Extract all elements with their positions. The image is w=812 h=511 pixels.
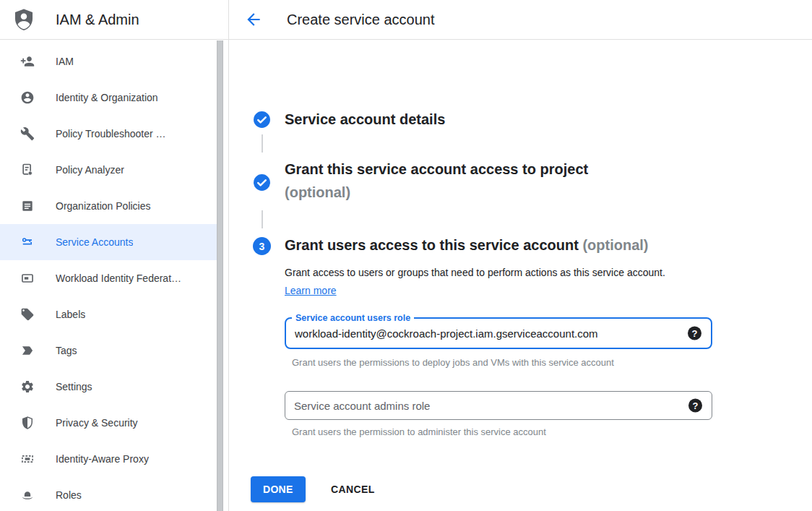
step2-title-text: Grant this service account access to pro…: [285, 161, 588, 177]
admins-role-helper-text: Grant users the permission to administer…: [292, 426, 546, 437]
topbar: Create service account: [229, 0, 812, 40]
page-title: Create service account: [287, 12, 435, 28]
step1-check-icon: [253, 111, 271, 129]
step-connector: [262, 134, 263, 153]
step2-check-icon: [253, 173, 271, 192]
sidebar-item-iam[interactable]: IAM: [0, 43, 217, 80]
proxy-icon: [20, 452, 35, 466]
person-add-icon: [20, 54, 35, 69]
step3-description: Grant access to users or groups that nee…: [285, 264, 686, 300]
step2-title: Grant this service account access to pro…: [285, 158, 588, 204]
sidebar-item-organization-policies[interactable]: Organization Policies: [0, 188, 217, 224]
create-service-account-form: Service account details Grant this servi…: [229, 40, 812, 511]
service-account-users-role-field: Service account users role ?: [285, 317, 712, 349]
sidebar-header: IAM & Admin: [0, 0, 228, 40]
step3-optional-label: (optional): [582, 237, 648, 253]
sidebar-item-tags[interactable]: Tags: [0, 332, 217, 369]
sidebar-item-policy-analyzer[interactable]: Policy Analyzer: [0, 152, 217, 188]
done-button[interactable]: DONE: [251, 476, 306, 502]
step3-title: Grant users access to this service accou…: [285, 233, 649, 257]
sidebar-item-identity-organization[interactable]: Identity & Organization: [0, 80, 217, 116]
step3-number-badge: 3: [253, 237, 271, 255]
wrench-icon: [20, 126, 35, 141]
cancel-button[interactable]: CANCEL: [325, 476, 381, 502]
step3-title-text: Grant users access to this service accou…: [285, 237, 579, 253]
sidebar-item-roles[interactable]: Roles: [0, 477, 217, 511]
sidebar-item-settings[interactable]: Settings: [0, 369, 217, 405]
users-role-helper-text: Grant users the permissions to deploy jo…: [292, 357, 614, 368]
tag-arrow-icon: [20, 343, 35, 358]
users-role-input[interactable]: [286, 319, 711, 348]
sidebar-nav: IAM Identity & Organization Policy Troub…: [0, 43, 217, 511]
help-icon[interactable]: ?: [688, 327, 701, 340]
step2-optional-label: (optional): [285, 181, 588, 204]
back-arrow-icon[interactable]: [244, 10, 263, 29]
hat-icon: [20, 488, 35, 502]
service-account-admins-role-field: ?: [285, 391, 712, 420]
account-circle-icon: [20, 90, 35, 105]
step-connector: [262, 210, 263, 228]
iam-admin-sidebar: IAM & Admin IAM Identity & Organization …: [0, 0, 229, 511]
half-shield-icon: [20, 416, 35, 430]
article-icon: [20, 199, 35, 213]
sidebar-scrollbar[interactable]: [217, 40, 223, 511]
learn-more-link[interactable]: Learn more: [285, 285, 337, 296]
admins-role-input[interactable]: [285, 392, 712, 419]
sidebar-item-identity-aware-proxy[interactable]: Identity-Aware Proxy: [0, 441, 217, 477]
gcp-console-create-service-account: IAM & Admin IAM Identity & Organization …: [0, 0, 812, 511]
sidebar-title: IAM & Admin: [56, 12, 139, 28]
sidebar-item-policy-troubleshooter[interactable]: Policy Troubleshooter …: [0, 116, 217, 152]
help-icon[interactable]: ?: [688, 399, 702, 413]
sidebar-item-service-accounts[interactable]: Service Accounts: [0, 224, 217, 260]
id-card-icon: [20, 271, 35, 285]
service-account-key-icon: [20, 235, 35, 249]
step1-title: Service account details: [285, 108, 445, 131]
sidebar-item-labels[interactable]: Labels: [0, 296, 217, 332]
gear-icon: [20, 379, 35, 394]
iam-shield-icon: [12, 7, 36, 32]
sidebar-item-privacy-security[interactable]: Privacy & Security: [0, 405, 217, 441]
sidebar-item-workload-identity-federation[interactable]: Workload Identity Federat…: [0, 260, 217, 296]
document-gear-icon: [20, 163, 35, 177]
label-tag-icon: [20, 307, 35, 322]
